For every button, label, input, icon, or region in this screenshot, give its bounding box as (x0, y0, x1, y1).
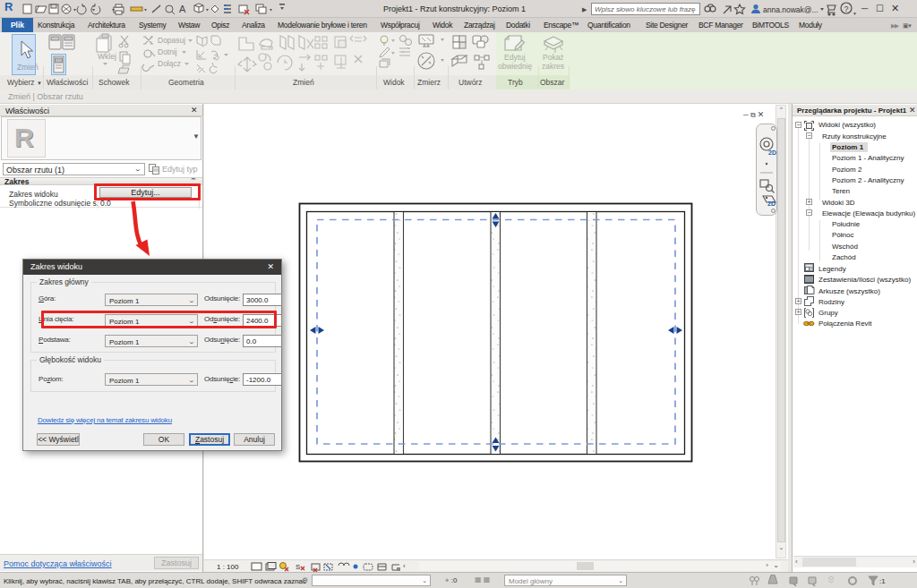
svg-text:obwiednię: obwiednię (498, 62, 533, 71)
svg-text::1: :1 (879, 577, 886, 585)
svg-text:Dołącz: Dołącz (158, 59, 181, 68)
svg-text:zakres: zakres (542, 62, 564, 71)
svg-text:Pokaż: Pokaż (543, 53, 564, 62)
svg-text:Zmień: Zmień (17, 63, 39, 72)
svg-text:A: A (179, 4, 186, 14)
svg-text:anna.nowak@...: anna.nowak@... (763, 5, 818, 14)
svg-text:2D: 2D (767, 200, 776, 207)
svg-text:Dotnij: Dotnij (158, 47, 177, 56)
svg-text:Edytuj: Edytuj (504, 53, 526, 62)
svg-text:Wklej: Wklej (98, 52, 116, 61)
svg-text:Dopasuj: Dopasuj (158, 36, 185, 45)
svg-text:?: ? (844, 4, 849, 13)
svg-text:S: S (296, 563, 300, 571)
svg-text:2D: 2D (768, 149, 776, 156)
